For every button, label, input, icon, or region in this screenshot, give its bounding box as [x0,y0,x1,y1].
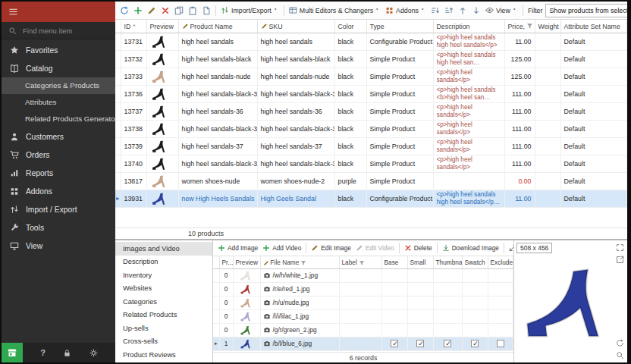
rotate-icon[interactable] [616,339,624,347]
edit-product-button[interactable] [146,5,158,17]
move-up-button[interactable] [457,5,469,17]
tab-description[interactable]: Description [115,256,212,269]
add-product-button[interactable] [132,5,144,17]
tab-categories[interactable]: Categories [115,295,212,309]
tab-images-and-video[interactable]: Images and Video [115,242,212,256]
column-header-small[interactable]: Small [407,256,433,268]
set-resize-rule-button[interactable]: Set Resize Rule [507,243,513,253]
product-row-13740[interactable]: 13740high heel sandals-black-38high heel… [115,155,627,172]
sidebar-item-import-export[interactable]: Import / Export [2,200,115,218]
sidebar-item-favorites[interactable]: Favorites [2,41,115,59]
product-row-13817[interactable]: 13817women shoes-nudewomen shoes-nude-2p… [115,172,627,190]
product-row-13731[interactable]: 13731high heel sandalshigh heel sandalsb… [115,33,627,50]
tab-product-reviews[interactable]: Product Reviews [115,348,212,362]
category-filter-select[interactable]: Show products from selected categories [545,4,627,17]
column-header-description[interactable]: Description [433,20,504,33]
delete-button[interactable]: Delete [403,243,434,253]
row-expander[interactable] [213,323,219,337]
image-row-b-l-blue-6-jpg[interactable]: ▸1/b/l/blue_6.jpg [213,337,513,350]
lock-icon[interactable] [63,349,71,357]
add-video-button[interactable]: Add Video [261,243,303,253]
image-row-l-i-lilac-1-jpg[interactable]: 0/l/i/lilac_1.jpg [213,309,513,323]
help-icon[interactable]: ? [40,348,46,357]
column-header-preview[interactable]: Preview [233,256,260,268]
sidebar-item-attributes[interactable]: Attributes [2,94,115,111]
sidebar-item-orders[interactable]: Orders [2,146,115,164]
product-row-13733[interactable]: 13733high heel sandals-nudehigh heel san… [115,67,627,85]
paste-button[interactable] [187,5,199,17]
column-header-label[interactable]: Label [339,256,381,268]
column-header-attribute-set-name[interactable]: Attribute Set Name [560,20,627,33]
column-header-sku[interactable]: SKU [257,20,334,33]
view-document-button[interactable] [200,5,212,17]
column-header-file-name[interactable]: File Name [260,256,339,268]
column-header-blank[interactable] [213,256,219,268]
product-row-13739[interactable]: 13739high heel sandals-37high heel sanda… [115,137,627,155]
move-down-button[interactable] [470,5,482,17]
add-image-button[interactable]: Add Image [216,243,259,253]
product-row-13732[interactable]: 13732high heel sandals-blackhigh heel sa… [115,50,627,67]
sidebar-item-related-products-generator[interactable]: Related Products Generator [2,111,115,127]
row-expander[interactable] [213,282,219,296]
tab-related-products[interactable]: Related Products [115,309,212,322]
store-button[interactable] [2,343,23,362]
column-header-weight[interactable]: Weight [535,20,560,33]
checkbox[interactable] [391,340,398,347]
settings-gear-icon[interactable] [89,349,98,357]
column-header-type[interactable]: Type [366,20,433,33]
copy-button[interactable] [173,5,185,17]
column-header-swatch[interactable]: Swatch [462,256,488,268]
checkbox[interactable] [497,340,504,347]
product-row-13931[interactable]: ▸13931new High Heels SandalsHigh Geels S… [115,190,627,207]
column-header-id[interactable]: ID [121,20,146,33]
sort-ascending-button[interactable] [429,5,441,17]
edit-image-button[interactable]: Edit Image [309,243,353,253]
sidebar-item-tools[interactable]: Tools [2,218,115,237]
open-external-icon[interactable] [616,256,624,264]
sidebar-item-view[interactable]: View [2,237,115,255]
menu-icon[interactable] [8,7,18,17]
fullscreen-icon[interactable] [616,243,624,252]
column-header-exclude[interactable]: Exclude [488,256,513,268]
column-header-pr[interactable]: Pr... [219,256,233,268]
view-button[interactable]: View [484,5,520,16]
delete-product-button[interactable] [159,5,171,17]
image-row-r-e-red-1-jpg[interactable]: 0/r/e/red_1.jpg [213,282,513,296]
column-header-base[interactable]: Base [381,256,407,268]
tab-inventory[interactable]: Inventory [115,268,212,282]
product-row-13737[interactable]: 13737high heel sandals-36high heel sanda… [115,102,627,120]
row-expander[interactable] [213,309,219,323]
sidebar-item-addons[interactable]: Addons [2,182,115,200]
sort-descending-button[interactable] [443,5,455,17]
download-image-button[interactable]: Download Image [441,243,501,253]
multi-editors-button[interactable]: Multi Editors & Changers [287,5,382,16]
addons-button[interactable]: Addons [384,5,428,16]
sidebar-item-categories-products[interactable]: Categories & Products [2,77,115,94]
refresh-button[interactable] [118,5,130,17]
tab-cross-sells[interactable]: Cross-sells [115,335,212,349]
image-row-w-h-white-1-jpg[interactable]: 0/w/h/white_1.jpg [213,268,513,282]
column-header-thumbna[interactable]: Thumbna [433,256,462,268]
row-expander[interactable] [213,296,219,309]
menu-search-input[interactable] [21,26,108,36]
product-row-13738[interactable]: 13738high heel sandals-black-37high heel… [115,120,627,137]
column-header-price[interactable]: Price, [504,20,535,33]
image-row-n-u-nude-jpg[interactable]: 0/n/u/nude.jpg [213,296,513,309]
column-header-color[interactable]: Color [334,20,366,33]
sidebar-item-catalog[interactable]: Catalog [2,59,115,77]
zoom-icon[interactable] [616,351,624,359]
product-row-13736[interactable]: 13736high heel sandals-black-36high heel… [115,85,627,102]
column-header-product-name[interactable]: Product Name [178,20,257,33]
image-row-g-r-green-2-jpg[interactable]: 0/g/r/green_2.jpg [213,323,513,337]
column-header-preview[interactable]: Preview [146,20,178,33]
checkbox[interactable] [471,340,479,347]
row-expander[interactable] [213,268,219,282]
import-export-button[interactable]: Import/Export [219,5,281,16]
edit-video-button[interactable]: Edit Video [354,243,396,253]
tab-up-sells[interactable]: Up-sells [115,322,212,335]
tab-websites[interactable]: Websites [115,282,212,296]
sidebar-item-customers[interactable]: Customers [2,127,115,146]
sidebar-item-reports[interactable]: Reports [2,164,115,182]
row-expander[interactable]: ▸ [213,337,219,350]
checkbox[interactable] [444,340,451,347]
